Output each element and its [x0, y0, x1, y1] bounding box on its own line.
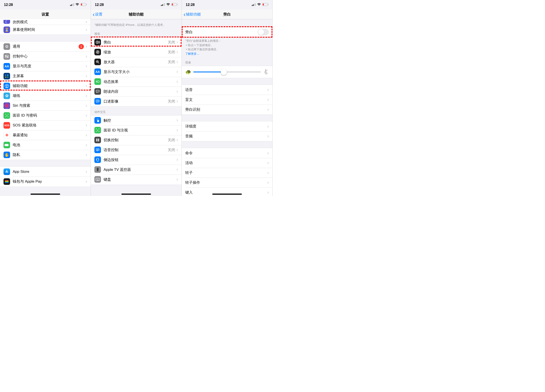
row-switch-control[interactable]: 切换控制 关闭 › — [91, 135, 181, 145]
row-accessibility[interactable]: 辅助功能 › — [0, 81, 91, 91]
svg-point-56 — [96, 179, 97, 179]
svg-rect-23 — [5, 181, 9, 182]
aa-icon: AA — [94, 68, 101, 75]
row-side-button[interactable]: 侧边按钮 › — [91, 155, 181, 165]
row-display-brightness[interactable]: AA 显示与亮度 › — [0, 61, 91, 71]
row-control-center[interactable]: 控制中心 › — [0, 51, 91, 61]
row-touch[interactable]: 触控 › — [91, 115, 181, 125]
speed-slider[interactable] — [193, 72, 261, 72]
learn-more-link[interactable]: 了解更多… — [185, 52, 199, 55]
home-indicator[interactable] — [122, 193, 151, 195]
row-audio[interactable]: 音频› — [182, 131, 272, 141]
row-faceid-attention[interactable]: 面容 ID 与注视 › — [91, 125, 181, 135]
row-activities[interactable]: 活动› — [182, 158, 272, 168]
side-btn-icon — [94, 157, 101, 163]
row-commands[interactable]: 命令› — [182, 148, 272, 158]
speech-icon — [94, 88, 101, 95]
signal-icon — [252, 3, 256, 7]
row-screen-time[interactable]: ⏳ 屏幕使用时间 › — [0, 25, 91, 35]
chevron-left-icon: ‹ — [93, 11, 95, 18]
row-voice-control[interactable]: 语音控制 关闭 › — [91, 145, 181, 155]
row-magnifier[interactable]: 放大器 关闭 › — [91, 57, 181, 67]
row-battery[interactable]: 电池 › — [0, 140, 91, 150]
row-rotor-actions[interactable]: 转子操作› — [182, 178, 272, 187]
row-appstore[interactable]: App Store › — [0, 167, 91, 176]
magnifier-icon — [94, 59, 101, 65]
appstore-icon — [4, 169, 10, 175]
svg-rect-13 — [5, 77, 6, 78]
row-faceid-passcode[interactable]: 面容 ID 与密码 › — [0, 110, 91, 120]
svg-point-33 — [97, 41, 98, 42]
row-audio-description[interactable]: 口述影像 关闭 › — [91, 96, 181, 106]
svg-rect-22 — [5, 181, 9, 181]
row-exposure-notif[interactable]: ❋ 暴露通知 › — [0, 130, 91, 140]
back-button[interactable]: ‹ 辅助功能 — [184, 11, 201, 18]
svg-rect-45 — [96, 140, 97, 141]
row-voice[interactable]: 语音› — [182, 85, 272, 95]
svg-point-58 — [97, 179, 98, 179]
row-voiceover-toggle[interactable]: 旁白 — [182, 27, 272, 37]
svg-point-42 — [98, 129, 99, 130]
nav-bar: ‹ 设置 辅助功能 — [91, 10, 181, 19]
row-home-screen[interactable]: 主屏幕 › — [0, 71, 91, 81]
svg-rect-12 — [7, 75, 8, 76]
battery-icon — [4, 142, 10, 148]
chevron-right-icon: › — [86, 169, 87, 175]
nav-bar: 设置 — [0, 10, 91, 19]
svg-rect-19 — [5, 144, 8, 146]
chevron-right-icon: › — [176, 89, 178, 94]
row-privacy[interactable]: ✋ 隐私 › — [0, 150, 91, 160]
row-emergency-sos[interactable]: SOS SOS 紧急联络 › — [0, 120, 91, 130]
row-voiceover[interactable]: 旁白 关闭 › — [91, 37, 181, 47]
row-verbosity[interactable]: 详细度› — [182, 121, 272, 131]
chevron-right-icon: › — [267, 97, 269, 103]
svg-point-63 — [98, 179, 98, 180]
row-motion[interactable]: 动态效果 › — [91, 77, 181, 87]
signal-icon — [161, 3, 165, 7]
row-vo-recognition[interactable]: 旁白识别› — [182, 105, 272, 115]
chevron-right-icon: › — [267, 87, 269, 93]
scroll-area[interactable]: 旁白 "旁白"会朗读屏幕上的项目： • 轻点一下选择项目。 • 轻点两下激活所选… — [182, 19, 272, 196]
voiceover-switch[interactable] — [258, 29, 269, 36]
row-braille[interactable]: 盲文› — [182, 95, 272, 105]
chevron-right-icon: › — [176, 49, 178, 55]
svg-rect-28 — [164, 3, 165, 6]
row-do-not-disturb[interactable]: ☾ 勿扰模式 › — [0, 19, 91, 25]
svg-point-59 — [98, 179, 99, 179]
home-indicator[interactable] — [31, 193, 60, 195]
chevron-right-icon: › — [176, 137, 178, 143]
scroll-area[interactable]: ☾ 勿扰模式 › ⏳ 屏幕使用时间 › ⚙ 通用 1 › 控制中心 › — [0, 19, 91, 196]
row-rotor[interactable]: 转子› — [182, 168, 272, 178]
svg-point-37 — [97, 81, 99, 83]
row-general[interactable]: ⚙ 通用 1 › — [0, 42, 91, 51]
chevron-right-icon: › — [176, 147, 178, 153]
chevron-right-icon: › — [86, 73, 87, 79]
svg-point-18 — [7, 115, 8, 115]
back-button[interactable]: ‹ 设置 — [93, 11, 102, 18]
row-zoom[interactable]: 缩放 关闭 › — [91, 47, 181, 57]
svg-rect-44 — [98, 139, 99, 140]
row-appletv-remote[interactable]: Apple TV 遥控器 › — [91, 165, 181, 175]
svg-rect-65 — [97, 180, 99, 180]
audio-desc-icon — [94, 98, 101, 105]
svg-point-38 — [97, 91, 97, 91]
svg-rect-48 — [99, 159, 99, 160]
svg-rect-5 — [86, 4, 87, 5]
gear-icon: ⚙ — [4, 43, 10, 50]
chevron-right-icon: › — [176, 79, 178, 84]
row-wallet-applepay[interactable]: 钱包与 Apple Pay › — [0, 176, 91, 186]
battery-low-icon — [81, 3, 87, 7]
row-wallpaper[interactable]: ✿ 墙纸 › — [0, 91, 91, 101]
chevron-right-icon: › — [267, 190, 269, 195]
scroll-area[interactable]: "辅助功能"可帮助您自定 iPhone，以满足您的个人需求。 视觉 旁白 关闭 … — [91, 19, 181, 196]
chevron-right-icon: › — [86, 179, 87, 184]
chevron-right-icon: › — [267, 150, 269, 156]
row-display-text-size[interactable]: AA 显示与文字大小 › — [91, 67, 181, 77]
row-spoken-content[interactable]: 朗读内容 › — [91, 87, 181, 96]
row-keyboard[interactable]: 键盘 › — [91, 175, 181, 184]
svg-point-60 — [99, 179, 99, 179]
row-siri-search[interactable]: Siri 与搜索 › — [0, 101, 91, 110]
status-bar: 12:28 — [182, 0, 272, 10]
row-typing[interactable]: 键入› — [182, 187, 272, 196]
home-indicator[interactable] — [212, 193, 242, 195]
